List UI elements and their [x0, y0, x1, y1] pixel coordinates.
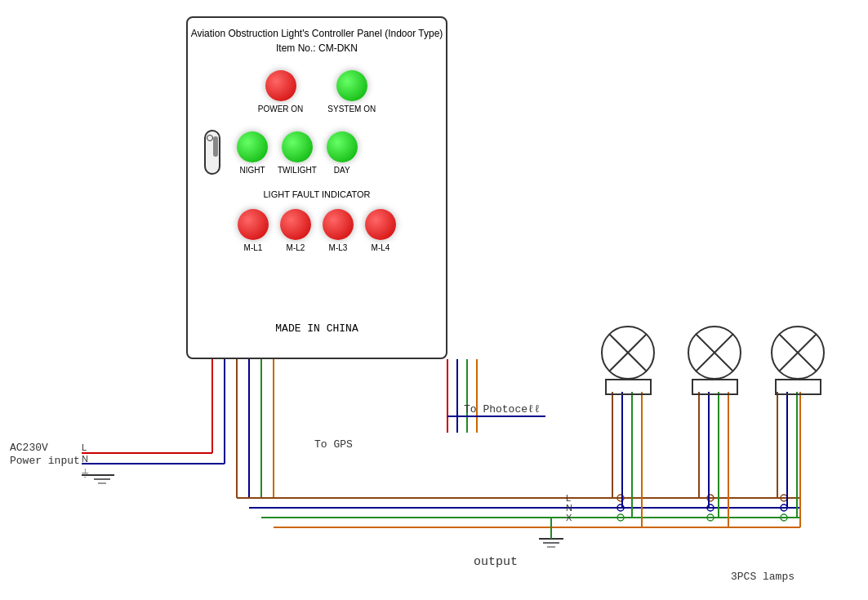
power-on-led — [265, 70, 296, 101]
twilight-label: TWILIGHT — [278, 166, 317, 175]
day-indicator: DAY — [327, 131, 358, 175]
ml2-label: M-L2 — [287, 243, 305, 252]
svg-point-42 — [707, 495, 714, 501]
svg-point-35 — [617, 495, 624, 501]
ml1-led — [238, 209, 269, 240]
svg-rect-60 — [692, 380, 737, 394]
svg-line-62 — [696, 334, 733, 371]
twilight-led — [282, 131, 313, 162]
ml4-indicator: M-L4 — [365, 209, 396, 252]
svg-line-66 — [779, 334, 817, 371]
key-switch[interactable] — [204, 130, 220, 175]
svg-text:To Photoceℓℓ: To Photoceℓℓ — [464, 403, 541, 416]
ml4-label: M-L4 — [372, 243, 390, 252]
day-led — [327, 131, 358, 162]
svg-text:AC230V: AC230V — [10, 442, 48, 454]
twilight-indicator: TWILIGHT — [278, 131, 317, 175]
svg-line-58 — [609, 334, 647, 371]
diagram-container: AC230V Power input L N ⏚ To Photoceℓℓ To… — [0, 0, 868, 600]
svg-text:L: L — [566, 493, 571, 503]
day-label: DAY — [334, 166, 350, 175]
svg-text:N: N — [566, 503, 572, 513]
svg-text:⏚: ⏚ — [82, 465, 89, 478]
night-indicator: NIGHT — [237, 131, 268, 175]
svg-point-61 — [688, 327, 741, 379]
system-on-label: SYSTEM ON — [327, 104, 376, 113]
svg-point-50 — [781, 504, 787, 511]
ml3-indicator: M-L3 — [323, 209, 354, 252]
ml3-label: M-L3 — [329, 243, 348, 252]
power-on-indicator: POWER ON — [258, 70, 304, 113]
ml4-led — [365, 209, 396, 240]
ml2-led — [280, 209, 311, 240]
night-label: NIGHT — [239, 166, 265, 175]
ml1-label: M-L1 — [244, 243, 263, 252]
svg-text:To GPS: To GPS — [314, 438, 353, 451]
system-on-indicator: SYSTEM ON — [327, 70, 376, 113]
ml3-led — [323, 209, 354, 240]
svg-line-67 — [779, 334, 817, 371]
ml1-indicator: M-L1 — [238, 209, 269, 252]
panel-title: Aviation Obstruction Light's Controller … — [191, 26, 443, 56]
svg-point-49 — [781, 495, 787, 501]
made-in-china: MADE IN CHINA — [275, 322, 358, 335]
svg-point-43 — [707, 504, 714, 511]
svg-text:Power input: Power input — [10, 455, 80, 467]
svg-line-63 — [696, 334, 733, 371]
system-on-led — [336, 70, 367, 101]
svg-point-37 — [617, 514, 624, 521]
svg-rect-56 — [606, 380, 651, 394]
fault-title: LIGHT FAULT INDICATOR — [263, 189, 370, 199]
svg-point-36 — [617, 504, 624, 511]
svg-text:X: X — [566, 513, 572, 522]
night-led — [237, 131, 268, 162]
svg-point-65 — [772, 327, 824, 379]
svg-rect-64 — [776, 380, 821, 394]
svg-text:3PCS lamps: 3PCS lamps — [731, 571, 795, 583]
svg-point-51 — [781, 514, 787, 521]
svg-point-57 — [602, 327, 654, 379]
ml2-indicator: M-L2 — [280, 209, 311, 252]
svg-text:output: output — [474, 555, 518, 569]
svg-line-59 — [609, 334, 647, 371]
key-handle — [213, 136, 218, 157]
svg-point-44 — [707, 514, 714, 521]
svg-text:L: L — [82, 442, 87, 452]
controller-panel: Aviation Obstruction Light's Controller … — [186, 16, 447, 359]
power-on-label: POWER ON — [258, 104, 304, 113]
svg-text:N: N — [82, 454, 88, 464]
key-hole — [207, 135, 213, 141]
